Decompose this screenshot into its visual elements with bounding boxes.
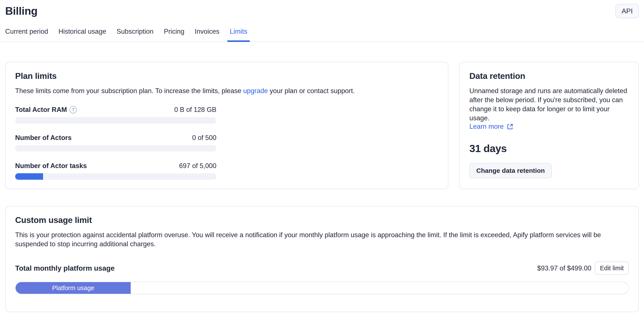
tab-limits[interactable]: Limits [230,26,247,41]
top-cards-row: Plan limits These limits come from your … [5,62,639,189]
limit-row-number-of-actors: Number of Actors 0 of 500 [15,134,216,152]
plan-limits-title: Plan limits [15,71,438,81]
custom-usage-limit-description: This is your protection against accident… [15,230,629,249]
tab-subscription[interactable]: Subscription [117,26,154,41]
custom-usage-limit-card: Custom usage limit This is your protecti… [5,206,639,312]
main-content: Plan limits These limits come from your … [0,42,644,312]
data-retention-description: Unnamed storage and runs are automatical… [469,86,629,123]
data-retention-title: Data retention [469,71,629,81]
external-link-icon [507,123,513,130]
page-title: Billing [5,5,639,17]
retention-period-value: 31 days [469,143,629,155]
help-icon[interactable]: ? [70,106,77,113]
learn-more-label: Learn more [469,123,504,131]
limit-label-number-of-actors: Number of Actors [15,134,72,142]
learn-more-link[interactable]: Learn more [469,123,513,131]
limit-label-total-actor-ram: Total Actor RAM [15,106,67,114]
tab-invoices[interactable]: Invoices [195,26,220,41]
limit-row-total-actor-ram: Total Actor RAM ? 0 B of 128 GB [15,106,216,124]
plan-limits-card: Plan limits These limits come from your … [5,62,448,189]
limit-value-total-actor-ram: 0 B of 128 GB [174,106,216,114]
limit-value-actor-tasks: 697 of 5,000 [179,162,216,170]
plan-limits-description-start: These limits come from your subscription… [15,87,243,95]
api-button[interactable]: API [616,4,639,18]
progress-bar-actor-tasks [15,173,216,180]
edit-limit-button[interactable]: Edit limit [595,262,629,275]
billing-tabbar: Current period Historical usage Subscrip… [0,26,644,42]
tab-current-period[interactable]: Current period [5,26,48,41]
plan-limits-description: These limits come from your subscription… [15,86,438,96]
platform-usage-bar-label: Platform usage [52,285,94,292]
data-retention-card: Data retention Unnamed storage and runs … [460,62,639,189]
upgrade-link[interactable]: upgrade [243,87,268,95]
change-data-retention-button[interactable]: Change data retention [469,163,552,178]
plan-limits-list: Total Actor RAM ? 0 B of 128 GB Number o… [15,106,216,180]
limit-value-number-of-actors: 0 of 500 [192,134,216,142]
tab-pricing[interactable]: Pricing [164,26,184,41]
limit-row-actor-tasks: Number of Actor tasks 697 of 5,000 [15,162,216,180]
progress-bar-number-of-actors [15,145,216,152]
platform-usage-bar: Platform usage [15,282,629,294]
plan-limits-description-end: your plan or contact support. [268,87,355,95]
limit-label-actor-tasks: Number of Actor tasks [15,162,87,170]
tab-historical-usage[interactable]: Historical usage [58,26,106,41]
progress-fill [15,173,43,180]
usage-header-row: Total monthly platform usage $93.97 of $… [15,262,629,275]
progress-bar-total-actor-ram [15,117,216,124]
custom-usage-limit-title: Custom usage limit [15,215,629,225]
page-header: Billing API [0,0,644,17]
platform-usage-fill: Platform usage [16,282,131,294]
usage-label: Total monthly platform usage [15,264,115,272]
usage-value: $93.97 of $499.00 [537,264,591,272]
